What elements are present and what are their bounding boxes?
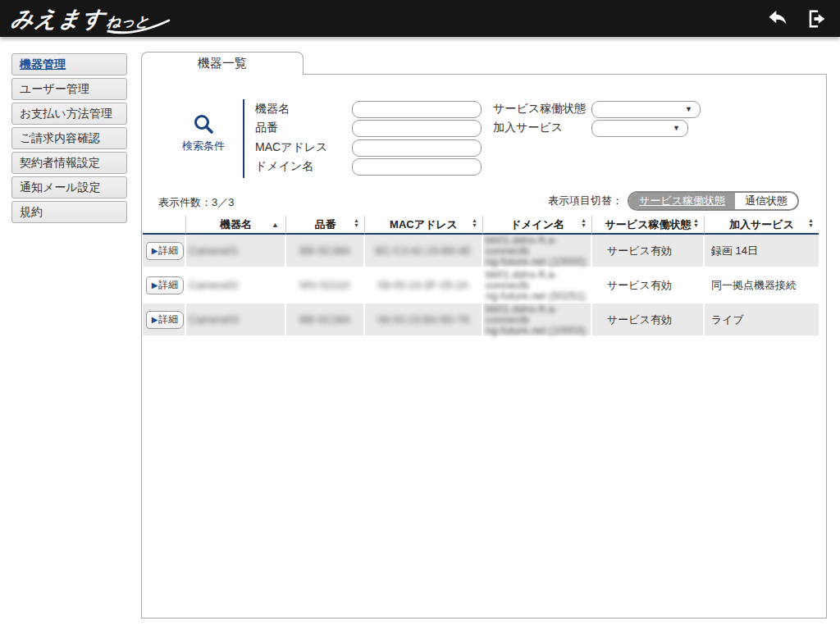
table-row: ▶詳細 Camera02 WV-S2110 08-00-23-3F-29-2A … (143, 269, 819, 304)
detail-button[interactable]: ▶詳細 (146, 311, 184, 329)
back-icon[interactable] (766, 7, 789, 30)
domain-name-input[interactable] (352, 158, 482, 176)
device-name-input[interactable] (352, 101, 482, 118)
toggle-communication-status[interactable]: 通信状態 (735, 193, 797, 209)
sidebar-item-label: 規約 (20, 205, 43, 220)
sidebar-item-label: ご請求内容確認 (20, 131, 100, 146)
part-number-input[interactable] (352, 120, 482, 137)
toggle-service-status[interactable]: サービス稼働状態 (629, 193, 735, 209)
sort-both-icon: ▲▼ (808, 218, 814, 228)
mac-address-label: MACアドレス (255, 140, 352, 155)
part-number-value: BB-SC384 (299, 244, 349, 257)
sidebar-item-label: お支払い方法管理 (20, 107, 112, 121)
subscribed-service-select-label: 加入サービス (493, 121, 591, 135)
domain-name-value: bb01.ddns-ft.a-connectbng-future.net (10… (483, 235, 592, 269)
play-icon: ▶ (152, 315, 158, 324)
detail-button[interactable]: ▶詳細 (146, 242, 184, 260)
subscribed-service-value: 録画 14日 (705, 235, 819, 269)
column-header-detail (143, 216, 186, 235)
domain-name-value: bb01.ddns-ft.a-connectbng-future.net (50… (483, 269, 592, 304)
domain-name-label: ドメイン名 (255, 159, 352, 174)
sidebar-item-payment-method[interactable]: お支払い方法管理 (11, 103, 127, 125)
sort-both-icon: ▲▼ (354, 218, 359, 228)
subscribed-service-select[interactable]: ▼ (591, 120, 688, 137)
part-number-value: BB-SC364 (299, 313, 349, 326)
sidebar-nav: 機器管理 ユーザー管理 お支払い方法管理 ご請求内容確認 契約者情報設定 通知メ… (11, 53, 127, 226)
sidebar-item-label: 通知メール設定 (20, 180, 101, 195)
sort-both-icon: ▲▼ (472, 218, 477, 228)
detail-button[interactable]: ▶詳細 (146, 276, 184, 294)
search-conditions-label: 検索条件 (167, 139, 240, 153)
column-header-part-number[interactable]: 品番▲▼ (286, 216, 365, 235)
sidebar-item-label: 契約者情報設定 (20, 156, 100, 171)
sidebar-item-terms[interactable]: 規約 (11, 201, 127, 223)
column-header-service-status[interactable]: サービス稼働状態▲▼ (592, 216, 705, 235)
subscribed-service-value: ライブ (705, 304, 819, 338)
column-header-device-name[interactable]: 機器名▲ (186, 216, 286, 235)
sidebar-item-label: 機器管理 (20, 57, 66, 72)
part-number-value: WV-S2110 (299, 279, 349, 291)
column-header-domain-name[interactable]: ドメイン名▲▼ (483, 216, 592, 235)
sidebar-item-device-management[interactable]: 機器管理 (11, 53, 127, 75)
sidebar-item-notification-mail[interactable]: 通知メール設定 (11, 176, 127, 199)
sort-both-icon: ▲▼ (581, 218, 587, 228)
sidebar-item-label: ユーザー管理 (20, 82, 89, 97)
main-panel: 検索条件 機器名 品番 MACアドレス ドメイン名 サービス稼働状態 ▼ 加入サ… (141, 74, 827, 619)
sidebar-item-contractor-info[interactable]: 契約者情報設定 (11, 152, 127, 174)
device-name-value: Camera01 (186, 244, 239, 257)
result-count: 表示件数：3／3 (158, 195, 234, 210)
chevron-down-icon: ▼ (673, 124, 680, 132)
device-name-value: Camera03 (186, 313, 239, 326)
service-status-value: サービス有効 (592, 235, 705, 269)
device-table: 機器名▲ 品番▲▼ MACアドレス▲▼ ドメイン名▲▼ サービス稼働状態▲▼ 加… (143, 216, 819, 338)
service-status-value: サービス有効 (592, 269, 705, 304)
sort-both-icon: ▲▼ (693, 218, 699, 228)
sidebar-item-user-management[interactable]: ユーザー管理 (11, 78, 127, 100)
chevron-down-icon: ▼ (685, 105, 692, 113)
device-name-value: Camera02 (186, 279, 239, 291)
search-icon (191, 112, 216, 137)
logout-icon[interactable] (806, 7, 829, 30)
mac-address-input[interactable] (352, 139, 482, 157)
mac-address-value: BC-C3-42-19-B9-4E (375, 244, 471, 257)
app-logo: みえますねっと (9, 4, 152, 34)
subscribed-service-value: 同一拠点機器接続 (705, 269, 819, 304)
tab-device-list[interactable]: 機器一覧 (141, 52, 304, 75)
display-toggle: サービス稼働状態 通信状態 (628, 191, 799, 211)
logo-swoosh (106, 19, 172, 35)
search-conditions-button[interactable]: 検索条件 (167, 112, 240, 153)
play-icon: ▶ (152, 281, 158, 290)
mac-address-value: 08-00-23-B4-9D-76 (377, 313, 469, 326)
top-header-bar: みえますねっと (0, 0, 840, 37)
service-status-value: サービス有効 (592, 304, 705, 338)
sidebar-item-billing-confirmation[interactable]: ご請求内容確認 (11, 127, 127, 149)
display-toggle-label: 表示項目切替： (548, 194, 623, 208)
service-status-select[interactable]: ▼ (591, 101, 701, 118)
service-status-select-label: サービス稼働状態 (493, 102, 591, 116)
domain-name-value: bb01.ddns-ft.a-connectbng-future.net (10… (483, 304, 592, 338)
logo-text-main: みえます (10, 7, 107, 31)
play-icon: ▶ (152, 246, 158, 255)
sort-asc-icon: ▲ (272, 221, 279, 229)
search-divider (243, 99, 244, 178)
table-row: ▶詳細 Camera01 BB-SC384 BC-C3-42-19-B9-4E … (143, 235, 819, 269)
table-row: ▶詳細 Camera03 BB-SC364 08-00-23-B4-9D-76 … (143, 304, 819, 338)
display-toggle-group: 表示項目切替： サービス稼働状態 通信状態 (548, 191, 799, 211)
column-header-mac-address[interactable]: MACアドレス▲▼ (365, 216, 483, 235)
device-name-label: 機器名 (255, 102, 352, 116)
column-header-subscribed-service[interactable]: 加入サービス▲▼ (705, 216, 819, 235)
mac-address-value: 08-00-23-3F-29-2A (378, 279, 469, 291)
part-number-label: 品番 (255, 121, 352, 135)
